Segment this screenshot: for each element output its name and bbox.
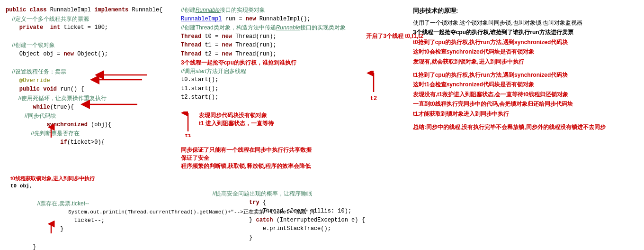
- code-line: t2.start();: [181, 93, 218, 102]
- right-line-7: 这时t1会检查synchronized代码块是否有锁对象: [413, 80, 638, 89]
- right-line-1: 使用了一个锁对象,这个锁对象叫同步锁,也叫对象锁,也叫对象监视器: [413, 18, 638, 28]
- code-line: while(true){: [6, 103, 177, 112]
- code-line: public void run() {: [6, 85, 177, 94]
- t2-up-arrow-svg: [367, 71, 381, 94]
- label-sync: 同步保证了只能有一个线程在同步中执行行共享数据: [181, 146, 409, 154]
- t2-arrow: t2: [367, 71, 381, 102]
- code-line: //创建Runnable接口的实现类对象: [181, 6, 409, 15]
- sync-labels: 同步保证了只能有一个线程在同步中执行行共享数据 保证了安全 程序频繁的判断锁,获…: [181, 146, 409, 170]
- code-line: } catch (InterruptedException e) {: [181, 216, 409, 225]
- code-line: //定义一个多个线程共享的票源: [6, 15, 177, 24]
- code-line: [6, 191, 177, 200]
- code-line: try {: [181, 198, 409, 207]
- code-line: if(ticket>0){: [6, 138, 177, 147]
- code-line: }: [181, 233, 409, 242]
- right-panel: 同步技术的原理: 使用了一个锁对象,这个锁对象叫同步锁,也叫对象锁,也叫对象监视…: [411, 4, 640, 250]
- code-line: Thread t2 = new Thread(run);: [181, 50, 277, 59]
- code-line: Thread t1 = new Thread(run);: [181, 41, 277, 50]
- label-efficiency: 程序频繁的判断锁,获取锁,释放锁,程序的效率会降低: [181, 162, 409, 170]
- t0-arrow-label: t0 obj,: [10, 183, 32, 189]
- code-line: Thread.sleep( millis: 10);: [181, 207, 409, 216]
- label-t1-block: 发现同步代码块没有锁对象: [199, 111, 274, 120]
- middle-annotations: t1 发现同步代码块没有锁对象 t1 进入到阻塞状态，一直等待: [181, 111, 409, 139]
- t1-block-section: t1 发现同步代码块没有锁对象 t1 进入到阻塞状态，一直等待: [181, 111, 409, 139]
- code-line: synchronized (obj){: [6, 120, 177, 130]
- middle-code-panel: //创建Runnable接口的实现类对象 RunnableImpl run = …: [179, 4, 411, 250]
- code-bottom-section: //票存在,卖票.ticket-- System.out.println(Thr…: [6, 191, 177, 250]
- t1-up-arrow-svg: [181, 111, 195, 133]
- code-line: //创建一个锁对象: [6, 41, 177, 50]
- code-line: //设置线程任务：卖票: [6, 67, 177, 76]
- code-line: //票存在,卖票.ticket--: [6, 199, 177, 208]
- right-line-10: t1才能获取到锁对象进入到同步中执行: [413, 109, 638, 119]
- code-line: [6, 32, 177, 41]
- code-line: ticket--;: [6, 216, 177, 225]
- right-line-8: 发现没有,t1救护进入到阻塞状态,会一直等待t0线程归还锁对象: [413, 90, 638, 99]
- code-line: [6, 59, 177, 68]
- code-line: private int ticket = 100;: [6, 23, 177, 32]
- start-lines-code: t0.start(); t1.start(); t2.start();: [181, 75, 218, 102]
- right-line-9: 一直到t0线程执行完同步中的代码,会把锁对象归还给同步代码块: [413, 99, 638, 109]
- label-safety: 保证了安全: [181, 154, 409, 162]
- middle-bottom-comment: //提高安全问题出现的概率，让程序睡眠 try { Thread.sleep( …: [181, 189, 409, 242]
- t0-label-left: t0线程获取锁对象,进入到同步中执行: [10, 175, 95, 182]
- arrow-area: t0线程获取锁对象,进入到同步中执行 t0 obj,: [6, 149, 177, 187]
- thread-lines-code: Thread t0 = new Thread(run); Thread t1 =…: [181, 32, 277, 59]
- right-line-3: t0抢到了cpu的执行权,执行run方法,遇到synchronized代码块: [413, 37, 638, 47]
- right-line-5: 发现有,就会获取到锁对象,进入到同步中执行: [413, 57, 638, 66]
- start-lines-section: t0.start(); t1.start(); t2.start(); t2: [181, 75, 409, 102]
- thread-lines-section: Thread t0 = new Thread(run); Thread t1 =…: [181, 32, 409, 59]
- code-top-section: public class RunnableImpl implements Run…: [6, 6, 177, 147]
- t1-up-arrow: t1: [181, 111, 195, 139]
- code-line: t0.start();: [181, 75, 218, 84]
- right-line-2: 3个线程一起抢夺cpu的执行权,谁抢到了谁执行run方法进行卖票: [413, 28, 638, 37]
- code-line: @Override: [6, 76, 177, 85]
- code-line: //先判断票是否存在: [6, 129, 177, 138]
- code-line: Object obj = new Object();: [6, 50, 177, 59]
- code-line: t1.start();: [181, 84, 218, 93]
- code-line: public class RunnableImpl implements Run…: [6, 6, 177, 15]
- t1-block-labels: 发现同步代码块没有锁对象 t1 进入到阻塞状态，一直等待: [199, 111, 274, 128]
- code-line: RunnableImpl run = new RunnableImpl();: [181, 15, 409, 24]
- code-line: //创建Thread类对象，构造方法中传递Runnable接口的实现类对象: [181, 23, 409, 32]
- right-line-6: t1抢到了cpu的执行权,执行run方法,遇到synchronized代码块: [413, 70, 638, 80]
- code-line: //同步代码块: [6, 111, 177, 120]
- code-line: e.printStackTrace();: [181, 224, 409, 233]
- code-line: }: [6, 225, 177, 234]
- main-container: public class RunnableImpl implements Run…: [0, 0, 644, 250]
- t1-label: t1: [185, 133, 191, 139]
- code-line: Thread t0 = new Thread(run);: [181, 32, 277, 41]
- right-line-11: 总结:同步中的线程,没有执行完毕不会释放锁,同步外的线程没有锁进不去同步: [413, 122, 638, 132]
- label-t1-wait: t1 进入到阻塞状态，一直等待: [199, 120, 274, 128]
- code-line: //提高安全问题出现的概率，让程序睡眠: [181, 189, 409, 198]
- code-line: }: [6, 243, 177, 250]
- middle-code-top: //创建Runnable接口的实现类对象 RunnableImpl run = …: [181, 6, 409, 32]
- left-code-panel: public class RunnableImpl implements Run…: [4, 4, 179, 250]
- right-line-4: 这时t0会检查synchronized代码块是否有锁对象: [413, 47, 638, 56]
- code-line: //使用死循环，让卖票操作重复执行: [6, 94, 177, 103]
- label-compete: 3个线程一起抢夺cpu的执行权，谁抢到谁执行: [181, 59, 409, 67]
- right-title: 同步技术的原理:: [413, 6, 638, 16]
- t2-label: t2: [370, 95, 377, 102]
- code-line: System.out.println(Thread.currentThread(…: [6, 208, 177, 216]
- code-line: [6, 234, 177, 243]
